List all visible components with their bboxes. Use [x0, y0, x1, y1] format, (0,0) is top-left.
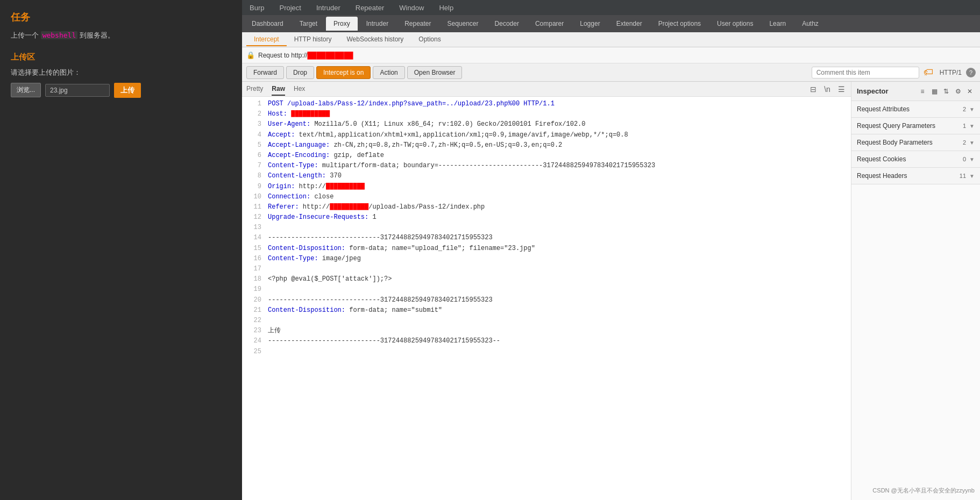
- chevron-down-icon: ▼: [969, 106, 975, 112]
- tab-sequencer[interactable]: Sequencer: [440, 17, 486, 31]
- tab-comparer[interactable]: Comparer: [528, 17, 571, 31]
- menu-window[interactable]: Window: [396, 2, 427, 14]
- inspector-section-request-attributes: Request Attributes 2 ▼: [851, 101, 980, 118]
- intercept-button[interactable]: Intercept is on: [316, 66, 371, 79]
- toolbar: Forward Drop Intercept is on Action Open…: [242, 63, 980, 82]
- chevron-down-icon: ▼: [969, 140, 975, 146]
- inspector-panel: Inspector ≡ ▦ ⇅ ⚙ ✕ Request Attributes 2…: [851, 82, 980, 500]
- tab-user-options[interactable]: User options: [709, 17, 761, 31]
- inspector-section-header-headers[interactable]: Request Headers 11 ▼: [851, 168, 980, 184]
- line-21: 21 Content-Disposition: form-data; name=…: [242, 305, 851, 316]
- inspector-section-count: 1: [963, 123, 966, 129]
- chevron-down-icon: ▼: [969, 123, 975, 129]
- editor-tab-raw[interactable]: Raw: [272, 83, 285, 96]
- forward-button[interactable]: Forward: [246, 66, 284, 79]
- line-13: 13: [242, 223, 851, 233]
- upload-button[interactable]: 上传: [114, 83, 141, 98]
- inspector-icons: ≡ ▦ ⇅ ⚙ ✕: [918, 87, 975, 96]
- line-15: 15 Content-Disposition: form-data; name=…: [242, 244, 851, 254]
- upload-section-title: 上传区: [11, 52, 231, 62]
- browse-button[interactable]: 浏览...: [11, 83, 41, 97]
- inspector-section-name: Request Cookies: [857, 155, 963, 163]
- request-url: Request to http://██████████: [258, 52, 353, 59]
- drop-button[interactable]: Drop: [286, 66, 314, 79]
- inspector-section-header-query-params[interactable]: Request Query Parameters 1 ▼: [851, 118, 980, 134]
- open-browser-button[interactable]: Open Browser: [407, 66, 463, 79]
- webshell-code: webshell: [41, 31, 78, 39]
- line-5: 5 Accept-Language: zh-CN,zh;q=0.8,zh-TW;…: [242, 140, 851, 151]
- menu-icon[interactable]: ☰: [836, 84, 847, 95]
- upload-label: 请选择要上传的图片：: [11, 68, 231, 77]
- tab-learn[interactable]: Learn: [762, 17, 793, 31]
- inspector-sort-icon[interactable]: ⇅: [941, 87, 951, 96]
- line-2: 2 Host: ██████████: [242, 109, 851, 119]
- inspector-section-header-body-params[interactable]: Request Body Parameters 2 ▼: [851, 134, 980, 151]
- line-19: 19: [242, 284, 851, 295]
- tab-proxy[interactable]: Proxy: [326, 17, 358, 31]
- inspector-section-body-params: Request Body Parameters 2 ▼: [851, 134, 980, 151]
- editor-tab-hex[interactable]: Hex: [294, 83, 305, 96]
- inspector-section-count: 11: [960, 173, 966, 179]
- file-name-display: 23.jpg: [45, 84, 110, 97]
- tab-project-options[interactable]: Project options: [651, 17, 708, 31]
- proxy-tab-websockets[interactable]: WebSockets history: [339, 33, 411, 46]
- line-12: 12 Upgrade-Insecure-Requests: 1: [242, 212, 851, 223]
- inspector-section-count: 2: [963, 106, 966, 112]
- tag-icon[interactable]: 🏷: [924, 67, 933, 78]
- request-body[interactable]: 1 POST /upload-labs/Pass-12/index.php?sa…: [242, 97, 851, 500]
- menu-bar: Burp Project Intruder Repeater Window He…: [242, 0, 980, 15]
- comment-input[interactable]: [812, 67, 919, 78]
- inspector-section-header-request-attributes[interactable]: Request Attributes 2 ▼: [851, 101, 980, 117]
- line-17: 17: [242, 264, 851, 274]
- line-6: 6 Accept-Encoding: gzip, deflate: [242, 151, 851, 161]
- proxy-tab-options[interactable]: Options: [411, 33, 448, 46]
- line-7: 7 Content-Type: multipart/form-data; bou…: [242, 161, 851, 171]
- tab-extender[interactable]: Extender: [609, 17, 650, 31]
- inspector-settings-icon[interactable]: ⚙: [953, 87, 963, 96]
- inspector-section-cookies: Request Cookies 0 ▼: [851, 151, 980, 168]
- line-9: 9 Origin: http://██████████: [242, 182, 851, 192]
- inspector-section-header-cookies[interactable]: Request Cookies 0 ▼: [851, 151, 980, 167]
- tab-logger[interactable]: Logger: [572, 17, 607, 31]
- tab-decoder[interactable]: Decoder: [487, 17, 527, 31]
- tab-dashboard[interactable]: Dashboard: [244, 17, 291, 31]
- menu-intruder[interactable]: Intruder: [313, 2, 344, 14]
- inspector-grid-icon[interactable]: ▦: [929, 87, 939, 96]
- inspector-section-name: Request Headers: [857, 172, 960, 180]
- line-16: 16 Content-Type: image/jpeg: [242, 254, 851, 264]
- upload-row: 浏览... 23.jpg 上传: [11, 83, 231, 98]
- inspector-title: Inspector: [857, 87, 914, 95]
- chevron-down-icon: ▼: [969, 173, 975, 179]
- tab-intruder[interactable]: Intruder: [359, 17, 396, 31]
- menu-repeater[interactable]: Repeater: [352, 2, 387, 14]
- line-11: 11 Referer: http://██████████/upload-lab…: [242, 202, 851, 212]
- proxy-tab-http-history[interactable]: HTTP history: [287, 33, 339, 46]
- line-10: 10 Connection: close: [242, 192, 851, 202]
- tab-bar: Dashboard Target Proxy Intruder Repeater…: [242, 15, 980, 32]
- inspector-close-icon[interactable]: ✕: [965, 87, 975, 96]
- left-panel: 任务 上传一个 webshell 到服务器。 上传区 请选择要上传的图片： 浏览…: [0, 0, 242, 500]
- inspector-section-name: Request Body Parameters: [857, 139, 963, 146]
- http-version: HTTP/1: [940, 69, 962, 76]
- editor-icons: ⊟ \n ☰: [808, 84, 847, 95]
- menu-burp[interactable]: Burp: [246, 2, 267, 14]
- menu-help[interactable]: Help: [436, 2, 457, 14]
- action-button[interactable]: Action: [373, 66, 404, 79]
- inspector-section-name: Request Query Parameters: [857, 122, 963, 130]
- inspector-header: Inspector ≡ ▦ ⇅ ⚙ ✕: [851, 82, 980, 101]
- menu-project[interactable]: Project: [276, 2, 304, 14]
- lines-icon[interactable]: \n: [822, 84, 833, 95]
- line-22: 22: [242, 316, 851, 326]
- wrap-icon[interactable]: ⊟: [808, 84, 819, 95]
- tab-target[interactable]: Target: [292, 17, 325, 31]
- inspector-list-icon[interactable]: ≡: [918, 87, 927, 96]
- tab-authz[interactable]: Authz: [794, 17, 826, 31]
- chevron-down-icon: ▼: [969, 156, 975, 162]
- help-icon[interactable]: ?: [966, 68, 976, 77]
- tab-repeater[interactable]: Repeater: [397, 17, 438, 31]
- editor-tab-pretty[interactable]: Pretty: [246, 83, 263, 96]
- proxy-tab-intercept[interactable]: Intercept: [246, 33, 287, 46]
- line-8: 8 Content-Length: 370: [242, 171, 851, 181]
- inspector-section-count: 0: [963, 156, 966, 162]
- content-area: Pretty Raw Hex ⊟ \n ☰ 1 POST /upload-lab…: [242, 82, 980, 500]
